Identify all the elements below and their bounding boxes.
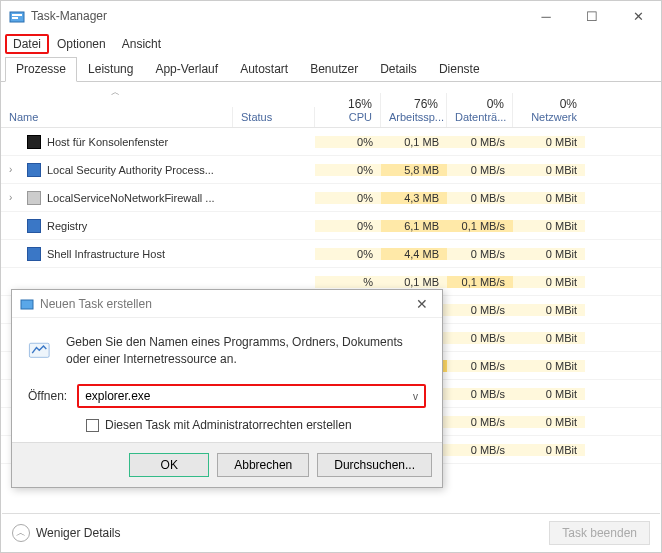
browse-button[interactable]: Durchsuchen...: [317, 453, 432, 477]
window-title: Task-Manager: [31, 9, 523, 23]
svg-rect-2: [12, 17, 18, 19]
svg-rect-3: [21, 300, 33, 309]
cancel-button[interactable]: Abbrechen: [217, 453, 309, 477]
col-memory[interactable]: 76%Arbeitssp...: [381, 93, 447, 127]
fewer-details-button[interactable]: ︿ Weniger Details: [12, 524, 120, 542]
menu-options[interactable]: Optionen: [49, 34, 114, 54]
col-status[interactable]: Status: [233, 107, 315, 127]
maximize-button[interactable]: ☐: [569, 1, 615, 31]
col-disk[interactable]: 0%Datenträ...: [447, 93, 513, 127]
svg-rect-1: [12, 14, 22, 16]
gear-icon: [27, 191, 41, 205]
titlebar: Task-Manager ─ ☐ ✕: [1, 1, 661, 31]
network-value: 0 MBit: [513, 276, 585, 288]
tab-users[interactable]: Benutzer: [299, 57, 369, 81]
memory-value: 0,1 MB: [381, 276, 447, 288]
dialog-title: Neuen Task erstellen: [40, 297, 410, 311]
dialog-icon: [20, 297, 34, 311]
fewer-details-label: Weniger Details: [36, 526, 120, 540]
run-icon: [28, 334, 52, 368]
network-value: 0 MBit: [513, 304, 585, 316]
tab-apphistory[interactable]: App-Verlauf: [144, 57, 229, 81]
bottom-bar: ︿ Weniger Details Task beenden: [2, 513, 660, 551]
process-name: Local Security Authority Process...: [47, 164, 214, 176]
process-icon: [27, 163, 41, 177]
cpu-value: 0%: [315, 220, 381, 232]
dialog-titlebar: Neuen Task erstellen ✕: [12, 290, 442, 318]
process-name: Registry: [47, 220, 87, 232]
process-name: Host für Konsolenfenster: [47, 136, 168, 148]
expand-icon[interactable]: ›: [9, 164, 21, 175]
dialog-footer: OK Abbrechen Durchsuchen...: [12, 442, 442, 487]
disk-value: 0 MB/s: [447, 136, 513, 148]
col-network[interactable]: 0%Netzwerk: [513, 93, 585, 127]
network-value: 0 MBit: [513, 332, 585, 344]
menu-view[interactable]: Ansicht: [114, 34, 169, 54]
process-icon: [27, 219, 41, 233]
memory-value: 6,1 MB: [381, 220, 447, 232]
network-value: 0 MBit: [513, 220, 585, 232]
process-name: LocalServiceNoNetworkFirewall ...: [47, 192, 215, 204]
minimize-button[interactable]: ─: [523, 1, 569, 31]
disk-value: 0 MB/s: [447, 164, 513, 176]
disk-value: 0 MB/s: [447, 248, 513, 260]
network-value: 0 MBit: [513, 388, 585, 400]
process-icon: [27, 135, 41, 149]
process-icon: [27, 247, 41, 261]
open-combobox[interactable]: v: [77, 384, 426, 408]
end-task-button[interactable]: Task beenden: [549, 521, 650, 545]
disk-value: 0 MB/s: [447, 416, 513, 428]
tab-startup[interactable]: Autostart: [229, 57, 299, 81]
table-row[interactable]: Host für Konsolenfenster0%0,1 MB0 MB/s0 …: [1, 128, 661, 156]
network-value: 0 MBit: [513, 192, 585, 204]
tab-services[interactable]: Dienste: [428, 57, 491, 81]
memory-value: 4,3 MB: [381, 192, 447, 204]
disk-value: 0 MB/s: [447, 388, 513, 400]
disk-value: 0,1 MB/s: [447, 220, 513, 232]
disk-value: 0 MB/s: [447, 192, 513, 204]
network-value: 0 MBit: [513, 444, 585, 456]
open-label: Öffnen:: [28, 389, 67, 403]
network-value: 0 MBit: [513, 360, 585, 372]
dialog-message: Geben Sie den Namen eines Programms, Ord…: [66, 334, 426, 368]
table-header: ︿ Name Status 16%CPU 76%Arbeitssp... 0%D…: [1, 82, 661, 128]
table-row[interactable]: ›Local Security Authority Process...0%5,…: [1, 156, 661, 184]
network-value: 0 MBit: [513, 416, 585, 428]
disk-value: 0 MB/s: [447, 360, 513, 372]
table-row[interactable]: Registry0%6,1 MB0,1 MB/s0 MBit: [1, 212, 661, 240]
menubar: Datei Optionen Ansicht: [1, 31, 661, 57]
dialog-close-button[interactable]: ✕: [410, 296, 434, 312]
disk-value: 0 MB/s: [447, 304, 513, 316]
tab-performance[interactable]: Leistung: [77, 57, 144, 81]
network-value: 0 MBit: [513, 136, 585, 148]
network-value: 0 MBit: [513, 248, 585, 260]
cpu-value: 0%: [315, 136, 381, 148]
open-input[interactable]: [85, 389, 407, 403]
col-name[interactable]: Name: [1, 107, 233, 127]
col-cpu[interactable]: 16%CPU: [315, 93, 381, 127]
memory-value: 0,1 MB: [381, 136, 447, 148]
disk-value: 0 MB/s: [447, 332, 513, 344]
cpu-value: 0%: [315, 164, 381, 176]
app-icon: [9, 8, 25, 24]
table-row[interactable]: ›LocalServiceNoNetworkFirewall ...0%4,3 …: [1, 184, 661, 212]
memory-value: 5,8 MB: [381, 164, 447, 176]
chevron-down-icon[interactable]: v: [407, 391, 418, 402]
menu-file[interactable]: Datei: [5, 34, 49, 54]
close-button[interactable]: ✕: [615, 1, 661, 31]
memory-value: 4,4 MB: [381, 248, 447, 260]
admin-checkbox[interactable]: [86, 419, 99, 432]
process-name: Shell Infrastructure Host: [47, 248, 165, 260]
expand-icon[interactable]: ›: [9, 192, 21, 203]
disk-value: 0 MB/s: [447, 444, 513, 456]
ok-button[interactable]: OK: [129, 453, 209, 477]
tab-details[interactable]: Details: [369, 57, 428, 81]
network-value: 0 MBit: [513, 164, 585, 176]
cpu-value: 0%: [315, 248, 381, 260]
cpu-value: 0%: [315, 192, 381, 204]
disk-value: 0,1 MB/s: [447, 276, 513, 288]
chevron-up-icon: ︿: [12, 524, 30, 542]
admin-checkbox-label: Diesen Task mit Administratorrechten ers…: [105, 418, 352, 432]
table-row[interactable]: Shell Infrastructure Host0%4,4 MB0 MB/s0…: [1, 240, 661, 268]
tab-processes[interactable]: Prozesse: [5, 57, 77, 82]
